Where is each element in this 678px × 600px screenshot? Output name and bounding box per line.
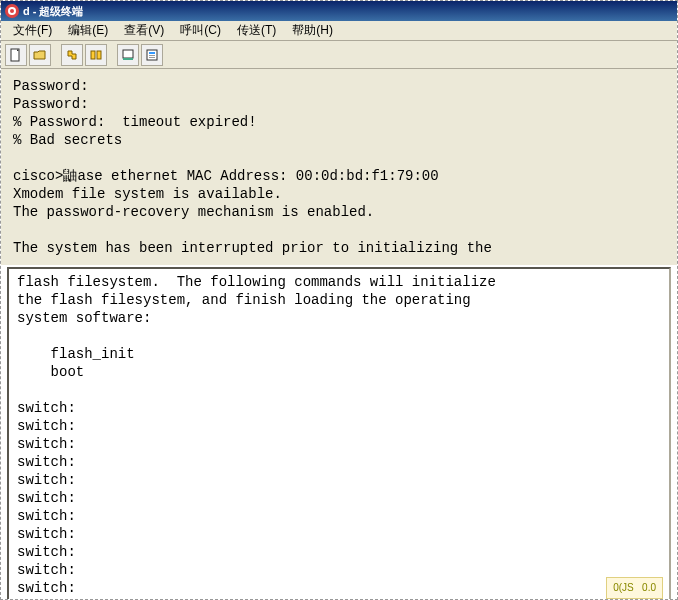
open-icon — [33, 48, 47, 62]
disconnect-icon — [89, 48, 103, 62]
menu-edit[interactable]: 编辑(E) — [60, 20, 116, 41]
svg-rect-8 — [149, 55, 155, 56]
menu-transfer[interactable]: 传送(T) — [229, 20, 284, 41]
terminal-text: flash filesystem. The following commands… — [17, 274, 496, 600]
svg-rect-4 — [97, 51, 101, 59]
terminal-scrollback: Password: Password: % Password: timeout … — [1, 69, 677, 265]
window-title: d - 超级终端 — [23, 4, 84, 19]
new-button[interactable] — [5, 44, 27, 66]
terminal-main[interactable]: flash filesystem. The following commands… — [7, 267, 671, 600]
open-button[interactable] — [29, 44, 51, 66]
menu-help[interactable]: 帮助(H) — [284, 20, 341, 41]
menu-call[interactable]: 呼叫(C) — [172, 20, 229, 41]
connect-button[interactable] — [61, 44, 83, 66]
svg-rect-9 — [149, 57, 155, 58]
status-badge: 0(JS 0.0 — [606, 577, 663, 599]
properties-button[interactable] — [141, 44, 163, 66]
svg-rect-3 — [91, 51, 95, 59]
svg-point-1 — [10, 9, 14, 13]
title-bar: d - 超级终端 — [1, 1, 677, 21]
send-button[interactable] — [117, 44, 139, 66]
menu-bar: 文件(F) 编辑(E) 查看(V) 呼叫(C) 传送(T) 帮助(H) — [1, 21, 677, 41]
new-icon — [9, 48, 23, 62]
svg-rect-7 — [149, 52, 155, 54]
properties-icon — [145, 48, 159, 62]
toolbar — [1, 41, 677, 69]
svg-rect-5 — [123, 50, 133, 58]
app-icon — [5, 4, 19, 18]
disconnect-button[interactable] — [85, 44, 107, 66]
send-icon — [121, 48, 135, 62]
connect-icon — [65, 48, 79, 62]
menu-view[interactable]: 查看(V) — [116, 20, 172, 41]
menu-file[interactable]: 文件(F) — [5, 20, 60, 41]
